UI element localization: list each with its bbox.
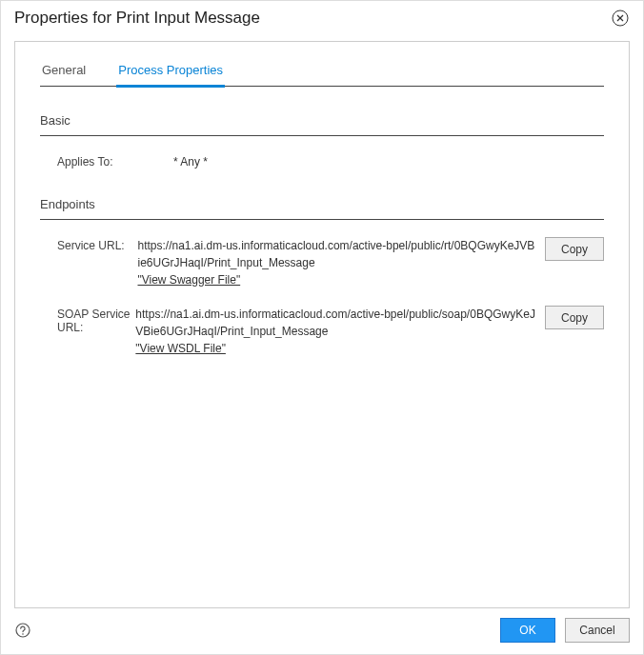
content-frame: General Process Properties Basic Applies… [14,41,630,608]
tabs: General Process Properties [40,63,604,87]
section-endpoints: Endpoints Service URL: https://na1.ai.dm… [40,197,604,357]
field-soap-service-url: SOAP Service URL: https://na1.ai.dm-us.i… [40,306,604,357]
tab-process-properties[interactable]: Process Properties [116,63,225,87]
view-swagger-link[interactable]: "View Swagger File" [137,273,240,287]
applies-to-value: * Any * [173,153,604,170]
applies-to-label: Applies To: [40,153,173,169]
soap-service-url-text: https://na1.ai.dm-us.informaticacloud.co… [135,306,535,340]
service-url-text: https://na1.ai.dm-us.informaticacloud.co… [137,237,535,271]
section-header-endpoints: Endpoints [40,197,604,220]
ok-button[interactable]: OK [500,618,555,643]
tab-general[interactable]: General [40,63,88,87]
copy-service-url-button[interactable]: Copy [545,237,604,261]
footer-buttons: OK Cancel [500,618,630,643]
field-applies-to: Applies To: * Any * [40,153,604,170]
close-icon[interactable] [611,9,630,28]
dialog-footer: OK Cancel [1,608,643,654]
dialog-title: Properties for Print Input Message [14,9,260,28]
titlebar: Properties for Print Input Message [1,1,643,33]
cancel-button[interactable]: Cancel [565,618,630,643]
section-header-basic: Basic [40,113,604,136]
service-url-value: https://na1.ai.dm-us.informaticacloud.co… [137,237,545,288]
soap-service-url-label: SOAP Service URL: [40,306,135,334]
section-basic: Basic Applies To: * Any * [40,113,604,170]
svg-point-4 [22,633,24,635]
view-wsdl-link[interactable]: "View WSDL File" [135,342,226,355]
service-url-label: Service URL: [40,237,137,252]
field-service-url: Service URL: https://na1.ai.dm-us.inform… [40,237,604,288]
help-icon[interactable] [14,622,31,639]
properties-dialog: Properties for Print Input Message Gener… [0,0,644,655]
svg-point-3 [16,624,30,637]
soap-service-url-value: https://na1.ai.dm-us.informaticacloud.co… [135,306,545,357]
copy-soap-url-button[interactable]: Copy [545,306,604,329]
